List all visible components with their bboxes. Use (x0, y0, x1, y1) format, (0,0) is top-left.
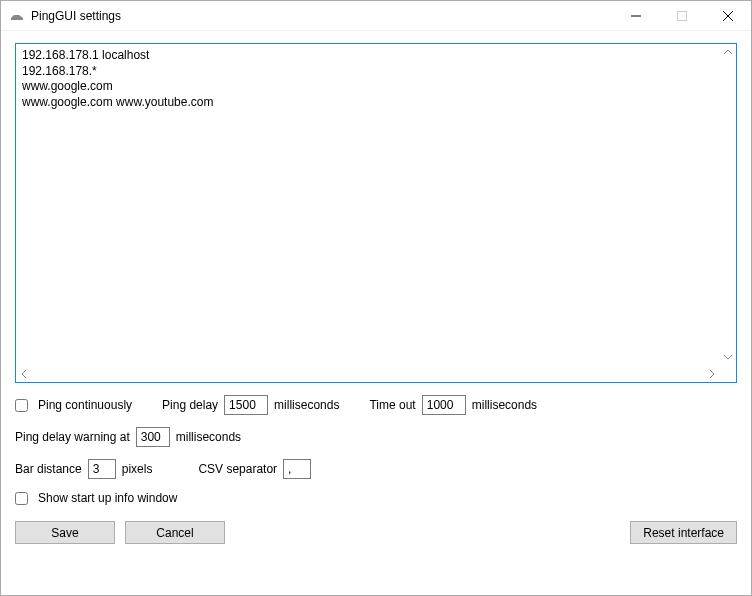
hosts-textarea-container (15, 43, 737, 383)
horizontal-scrollbar[interactable] (16, 366, 720, 382)
bar-distance-unit: pixels (122, 462, 153, 476)
csv-separator-input[interactable] (283, 459, 311, 479)
csv-separator-label: CSV separator (198, 462, 277, 476)
show-startup-info-checkbox[interactable] (15, 492, 28, 505)
scroll-up-icon[interactable] (720, 44, 736, 60)
window-title: PingGUI settings (31, 9, 121, 23)
ping-delay-warning-unit: milliseconds (176, 430, 241, 444)
titlebar: PingGUI settings (1, 1, 751, 31)
save-button[interactable]: Save (15, 521, 115, 544)
show-startup-info-label: Show start up info window (38, 491, 177, 505)
ping-delay-unit: milliseconds (274, 398, 339, 412)
ping-delay-label: Ping delay (162, 398, 218, 412)
hosts-textarea[interactable] (16, 44, 720, 366)
svg-rect-1 (678, 11, 687, 20)
ping-continuously-checkbox[interactable] (15, 399, 28, 412)
cancel-button[interactable]: Cancel (125, 521, 225, 544)
scroll-down-icon[interactable] (720, 350, 736, 366)
content-area: Ping continuously Ping delay millisecond… (1, 31, 751, 556)
timeout-input[interactable] (422, 395, 466, 415)
scroll-right-icon[interactable] (704, 366, 720, 382)
timeout-unit: milliseconds (472, 398, 537, 412)
minimize-button[interactable] (613, 1, 659, 31)
maximize-button (659, 1, 705, 31)
bar-distance-label: Bar distance (15, 462, 82, 476)
scroll-left-icon[interactable] (16, 366, 32, 382)
app-icon (9, 8, 25, 24)
ping-delay-warning-input[interactable] (136, 427, 170, 447)
ping-continuously-label: Ping continuously (38, 398, 132, 412)
bar-distance-input[interactable] (88, 459, 116, 479)
timeout-label: Time out (369, 398, 415, 412)
ping-delay-warning-label: Ping delay warning at (15, 430, 130, 444)
reset-interface-button[interactable]: Reset interface (630, 521, 737, 544)
ping-delay-input[interactable] (224, 395, 268, 415)
close-button[interactable] (705, 1, 751, 31)
